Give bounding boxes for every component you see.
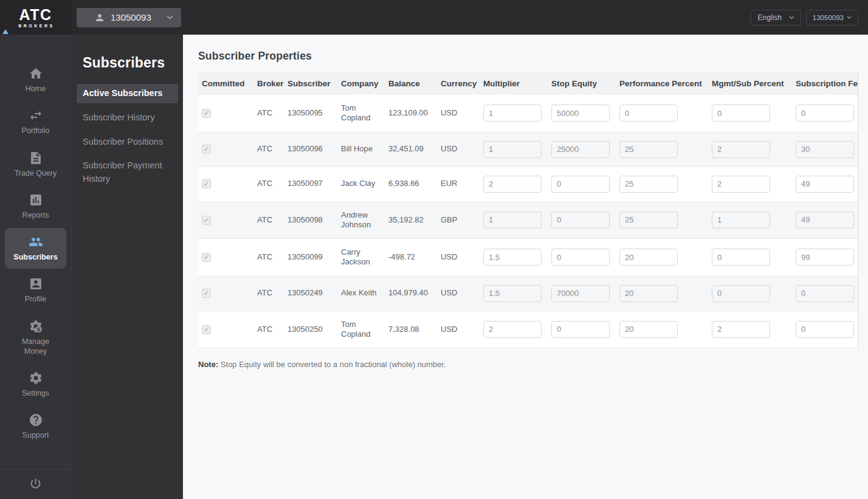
subnav-item-active-subscribers[interactable]: Active Subscribers: [77, 84, 178, 103]
chevron-down-icon: [847, 16, 852, 19]
broker-cell: ATC: [253, 311, 284, 348]
sidebar-item-reports[interactable]: Reports: [5, 186, 66, 227]
committed-checkbox[interactable]: ✓: [202, 325, 211, 334]
committed-checkbox[interactable]: ✓: [202, 109, 211, 118]
mgmt-sub-percent-input[interactable]: [712, 176, 770, 193]
settings-icon: [29, 371, 43, 385]
committed-checkbox[interactable]: ✓: [202, 216, 211, 225]
subnav-list: Active Subscribers Subscriber History Su…: [72, 84, 183, 189]
subnav-item-subscriber-payment-history[interactable]: Subscriber Payment History: [77, 156, 178, 189]
table-row: ✓ ATC 13050096 Bill Hope 32,451.09 USD: [198, 132, 858, 167]
mgmt-sub-percent-input[interactable]: [712, 285, 770, 302]
subscriber-cell: 13050097: [284, 167, 337, 201]
sidebar-item-label: Manage Money: [13, 337, 59, 357]
subscription-fee-input[interactable]: [796, 249, 854, 266]
subscription-fee-input[interactable]: [796, 212, 854, 229]
sidebar-item-label: Profile: [25, 294, 46, 304]
performance-percent-input[interactable]: [619, 176, 678, 193]
sidebar-item-label: Reports: [22, 210, 49, 220]
mgmt-sub-percent-input[interactable]: [712, 141, 770, 158]
multiplier-input[interactable]: [483, 176, 542, 193]
subscription-fee-input[interactable]: [796, 285, 854, 302]
trade-query-icon: [29, 151, 43, 165]
column-header-balance: Balance: [385, 72, 437, 95]
multiplier-input[interactable]: [483, 212, 542, 229]
account-selector[interactable]: 13050093: [77, 8, 181, 27]
committed-checkbox[interactable]: ✓: [202, 289, 211, 298]
sidebar-item-label: Support: [22, 430, 49, 440]
sidebar-item-manage-money[interactable]: $ Manage Money: [5, 312, 66, 363]
stop-equity-input[interactable]: [551, 105, 610, 122]
chevron-down-icon: [789, 16, 794, 19]
home-icon: [29, 66, 43, 81]
language-selector[interactable]: English: [751, 10, 801, 26]
company-cell: Andrew Johnson: [337, 201, 385, 239]
committed-checkbox[interactable]: ✓: [202, 179, 211, 188]
mgmt-sub-percent-input[interactable]: [712, 249, 770, 266]
subnav-item-subscriber-history[interactable]: Subscriber History: [77, 108, 178, 128]
performance-percent-input[interactable]: [619, 105, 678, 122]
stop-equity-input[interactable]: [551, 249, 610, 266]
sidebar-item-support[interactable]: Support: [5, 406, 66, 447]
performance-percent-input[interactable]: [619, 321, 678, 338]
multiplier-input[interactable]: [483, 249, 542, 266]
multiplier-input[interactable]: [483, 105, 542, 122]
subscriber-cell: 13050250: [284, 311, 337, 348]
column-header-multiplier: Multiplier: [480, 72, 548, 95]
subnav-item-subscriber-positions[interactable]: Subscriber Positions: [77, 132, 178, 152]
subscription-fee-input[interactable]: [796, 105, 854, 122]
currency-cell: USD: [437, 276, 480, 311]
currency-cell: USD: [437, 311, 480, 348]
multiplier-input[interactable]: [483, 321, 542, 338]
account-dropdown-right-value: 13050093: [813, 14, 844, 21]
mgmt-sub-percent-input[interactable]: [712, 105, 770, 122]
currency-cell: USD: [437, 132, 480, 167]
stop-equity-input[interactable]: [551, 212, 610, 229]
performance-percent-input[interactable]: [619, 141, 678, 158]
subscriber-cell: 13050099: [284, 239, 337, 277]
sidebar-item-home[interactable]: Home: [5, 60, 66, 100]
sidebar-item-settings[interactable]: Settings: [5, 364, 66, 405]
currency-cell: USD: [437, 239, 480, 277]
note-text: Stop Equity will be converted to a non f…: [221, 360, 446, 369]
sidebar-item-portfolio[interactable]: Portfolio: [5, 102, 66, 142]
stop-equity-input[interactable]: [551, 285, 610, 302]
page-title: Subscriber Properties: [198, 50, 868, 63]
committed-checkbox[interactable]: ✓: [202, 145, 211, 154]
svg-text:$: $: [37, 326, 40, 332]
committed-checkbox[interactable]: ✓: [202, 253, 211, 262]
sidebar-item-label: Subscribers: [13, 252, 57, 262]
app-root: ATC BROKERS 13050093 English 13050093: [0, 0, 868, 499]
balance-cell: 35,192.82: [385, 201, 437, 239]
stop-equity-input[interactable]: [551, 321, 610, 338]
subscription-fee-input[interactable]: [796, 141, 854, 158]
sidebar-item-profile[interactable]: Profile: [5, 270, 66, 311]
sidebar-item-trade-query[interactable]: Trade Query: [5, 144, 66, 185]
reports-icon: [29, 193, 43, 207]
subscription-fee-input[interactable]: [796, 176, 854, 193]
performance-percent-input[interactable]: [619, 249, 678, 266]
mgmt-sub-percent-input[interactable]: [712, 212, 770, 229]
main-content: Subscriber Properties Committed Broker S…: [183, 35, 868, 499]
company-cell: Tom Copland: [337, 311, 385, 348]
subscription-fee-input[interactable]: [796, 321, 854, 338]
account-dropdown-right[interactable]: 13050093: [806, 10, 858, 26]
logout-button[interactable]: [0, 469, 71, 499]
column-header-broker: Broker: [253, 72, 284, 95]
balance-cell: 123,109.00: [385, 95, 437, 132]
table-header-row: Committed Broker Subscriber Company Bala…: [198, 72, 858, 95]
power-icon: [29, 477, 42, 492]
sidebar-item-label: Settings: [22, 388, 49, 398]
performance-percent-input[interactable]: [619, 285, 678, 302]
multiplier-input[interactable]: [483, 141, 542, 158]
performance-percent-input[interactable]: [619, 212, 678, 229]
stop-equity-input[interactable]: [551, 141, 610, 158]
person-icon: [94, 12, 105, 23]
stop-equity-input[interactable]: [551, 176, 610, 193]
subscriber-cell: 13050096: [284, 132, 337, 167]
currency-cell: EUR: [437, 167, 480, 201]
multiplier-input[interactable]: [483, 285, 542, 302]
mgmt-sub-percent-input[interactable]: [712, 321, 770, 338]
broker-cell: ATC: [253, 239, 284, 277]
sidebar-item-subscribers[interactable]: Subscribers: [5, 228, 66, 269]
